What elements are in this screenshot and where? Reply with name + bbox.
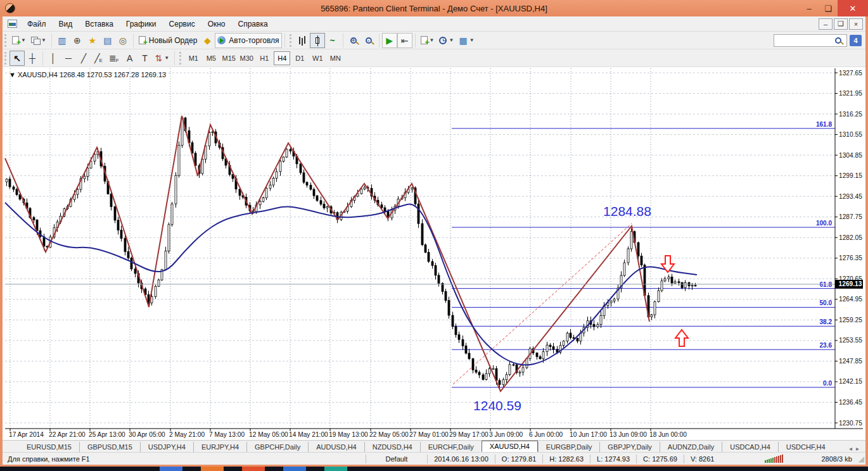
tab-xauusd-h4[interactable]: XAUUSD,H4 <box>482 441 538 452</box>
market-watch-button[interactable]: ▥ <box>54 33 70 48</box>
strategy-tester-icon: ◎ <box>119 35 127 46</box>
tab-usdchf-h4[interactable]: USDCHF,H4 <box>778 442 833 452</box>
tab-scroll-right-icon[interactable]: ▸ <box>856 445 859 452</box>
tab-usdcad-h4[interactable]: USDCAD,H4 <box>722 442 778 452</box>
menu-окно[interactable]: Окно <box>201 18 232 30</box>
zoom-in-button[interactable]: + <box>346 33 361 48</box>
periods-button[interactable]: ▼ <box>437 33 456 48</box>
crosshair-button[interactable]: ┼ <box>25 51 40 66</box>
arrows-tool-button[interactable]: ⇅▼ <box>153 51 172 66</box>
menu-файл[interactable]: Файл <box>21 18 53 30</box>
tab-eurusd-m15[interactable]: EURUSD,M15 <box>19 442 79 452</box>
arrows-tool-dropdown-icon[interactable]: ▼ <box>164 55 169 61</box>
status-profile[interactable]: Default <box>366 455 427 463</box>
menu-вставка[interactable]: Вставка <box>79 18 120 30</box>
indicators-button[interactable]: ▼ <box>418 33 437 48</box>
metaeditor-button[interactable]: ◆ <box>200 33 215 48</box>
vertical-line-button[interactable]: │ <box>46 51 61 66</box>
fibonacci-button[interactable]: ≣F <box>106 51 122 66</box>
menu-справка[interactable]: Справка <box>232 18 274 30</box>
timeframe-m1[interactable]: M1 <box>185 51 201 65</box>
child-restore-button[interactable]: ❏ <box>834 18 848 30</box>
navigator-button[interactable]: ⊕ <box>70 33 85 48</box>
svg-text:1276.35: 1276.35 <box>839 254 862 261</box>
search-input[interactable] <box>774 35 835 46</box>
timeframe-h1[interactable]: H1 <box>256 51 272 65</box>
tab-eurchf-daily[interactable]: EURCHF,Daily <box>420 442 482 452</box>
resize-grip-icon[interactable]: ◢ <box>858 455 864 463</box>
new-chart-dropdown-icon[interactable]: ▼ <box>21 37 26 43</box>
search-area: 4 <box>774 34 865 47</box>
close-button[interactable]: ✕ <box>838 0 868 16</box>
menu-items: ФайлВидВставкаГрафикиСервисОкноСправка <box>21 18 274 30</box>
chart-canvas[interactable]: 161.8100.061.850.038.223.60.01284.881240… <box>3 67 865 440</box>
timeframe-m5[interactable]: M5 <box>203 51 219 65</box>
fibonacci-sub-label: F <box>116 58 119 63</box>
equidistant-channel-button[interactable]: ╱E <box>91 51 106 66</box>
chart-shift-button[interactable]: ⇤ <box>397 33 412 48</box>
terminal-button[interactable]: ▤ <box>100 33 115 48</box>
maximize-button[interactable]: ❏ <box>819 1 838 15</box>
tab-audnzd-daily[interactable]: AUDNZD,Daily <box>660 442 722 452</box>
chart-legend: ▼ XAUUSD,H4 1268.48 1270.53 1267.28 1269… <box>9 71 166 78</box>
timeframe-d1[interactable]: D1 <box>291 51 308 65</box>
autotrading-label: Авто-торговля <box>229 36 279 45</box>
favorites-button[interactable]: ★ <box>85 33 100 48</box>
status-bar: Для справки, нажмите F1 Default 2014.06.… <box>3 452 865 465</box>
toolbar-separator <box>284 34 285 47</box>
trendline-button[interactable]: ╱ <box>76 51 91 66</box>
toolbar-grip[interactable] <box>4 52 6 65</box>
notifications-badge[interactable]: 4 <box>850 35 862 46</box>
profiles-button[interactable]: ▼ <box>29 33 49 48</box>
tab-gbpchf-daily[interactable]: GBPCHF,Daily <box>246 442 308 452</box>
chart-candles-button[interactable] <box>310 33 325 48</box>
templates-dropdown-icon[interactable]: ▼ <box>469 37 475 43</box>
toolbar-grip[interactable] <box>4 34 6 47</box>
tab-nzdusd-h4[interactable]: NZDUSD,H4 <box>364 442 420 452</box>
tab-audusd-h4[interactable]: AUDUSD,H4 <box>308 442 364 452</box>
minimize-button[interactable]: – <box>800 1 819 15</box>
new-order-icon <box>139 36 146 44</box>
new-chart-button[interactable]: ▼ <box>10 33 29 48</box>
toolbar-grip[interactable] <box>179 52 181 65</box>
zoom-out-button[interactable]: - <box>361 33 376 48</box>
horizontal-line-button[interactable]: ─ <box>61 51 76 66</box>
menu-графики[interactable]: Графики <box>120 18 163 30</box>
search-icon[interactable] <box>835 37 841 44</box>
indicators-icon <box>421 36 428 44</box>
auto-scroll-icon: ▶ <box>386 35 393 46</box>
tab-gbpjpy-daily[interactable]: GBPJPY,Daily <box>599 442 660 452</box>
templates-button[interactable]: ▦▼ <box>456 33 476 48</box>
text-label-button[interactable]: T <box>137 51 153 66</box>
cursor-button[interactable]: ↖ <box>10 51 25 66</box>
timeframe-mn[interactable]: MN <box>327 51 343 65</box>
text-button[interactable]: A <box>122 51 137 66</box>
tab-eurjpy-h4[interactable]: EURJPY,H4 <box>193 442 246 452</box>
tab-gbpusd-m15[interactable]: GBPUSD,M15 <box>79 442 140 452</box>
menu-вид[interactable]: Вид <box>53 18 79 30</box>
chart-line-button[interactable]: ~ <box>325 33 340 48</box>
menu-сервис[interactable]: Сервис <box>163 18 201 30</box>
child-close-button[interactable]: × <box>849 18 863 30</box>
tab-usdjpy-h4[interactable]: USDJPY,H4 <box>140 442 193 452</box>
profiles-dropdown-icon[interactable]: ▼ <box>41 37 46 43</box>
timeframe-m30[interactable]: M30 <box>238 51 255 65</box>
indicators-dropdown-icon[interactable]: ▼ <box>430 37 435 43</box>
strategy-tester-button[interactable]: ◎ <box>115 33 131 48</box>
tab-scroll-left-icon[interactable]: ◂ <box>849 445 852 452</box>
child-minimize-button[interactable]: – <box>819 18 833 30</box>
chart-bars-button[interactable] <box>295 33 310 48</box>
tab-eurgbp-daily[interactable]: EURGBP,Daily <box>538 442 600 452</box>
timeframe-h4[interactable]: H4 <box>274 51 290 65</box>
toolbar-separator <box>174 51 175 65</box>
toolbar-grip[interactable] <box>290 34 291 47</box>
svg-text:1264.95: 1264.95 <box>839 296 862 303</box>
periods-dropdown-icon[interactable]: ▼ <box>449 37 454 43</box>
svg-text:27 May 01:00: 27 May 01:00 <box>409 431 449 438</box>
timeframe-m15[interactable]: M15 <box>220 51 237 65</box>
main-toolbar: ▼▼▥⊕★▤◎Новый Ордер◆Авто-торговля~+-▶⇤▼▼▦… <box>3 32 865 49</box>
new-order-button[interactable]: Новый Ордер <box>136 33 200 48</box>
autotrading-button[interactable]: Авто-торговля <box>215 33 281 48</box>
timeframe-w1[interactable]: W1 <box>309 51 326 65</box>
auto-scroll-button[interactable]: ▶ <box>382 33 397 48</box>
